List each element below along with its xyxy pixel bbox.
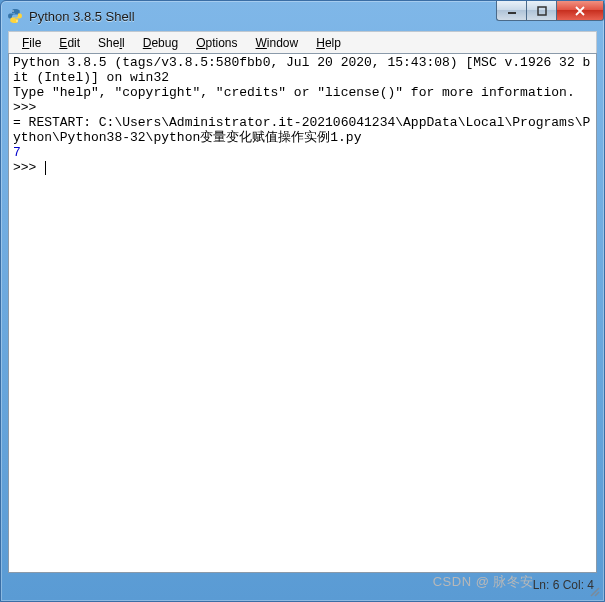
banner-line-1: Python 3.8.5 (tags/v3.8.5:580fbb0, Jul 2… <box>13 55 590 85</box>
menu-file[interactable]: File <box>13 34 50 52</box>
statusbar: Ln: 6 Col: 4 <box>533 575 594 595</box>
prompt-2: >>> <box>13 160 44 175</box>
titlebar[interactable]: Python 3.8.5 Shell <box>1 1 604 31</box>
svg-rect-3 <box>538 7 546 15</box>
maximize-button[interactable] <box>526 1 556 21</box>
output-1: 7 <box>13 145 21 160</box>
python-icon <box>7 8 23 24</box>
shell-content[interactable]: Python 3.8.5 (tags/v3.8.5:580fbb0, Jul 2… <box>9 54 596 178</box>
svg-rect-2 <box>508 12 516 14</box>
window-controls <box>496 1 604 21</box>
svg-point-0 <box>12 10 13 11</box>
banner-line-2: Type "help", "copyright", "credits" or "… <box>13 85 575 100</box>
menubar: File Edit Shell Debug Options Window Hel… <box>8 31 597 53</box>
text-cursor <box>45 161 46 175</box>
minimize-button[interactable] <box>496 1 526 21</box>
menu-help[interactable]: Help <box>307 34 350 52</box>
window-frame: Python 3.8.5 Shell File Edit Shell Debug… <box>0 0 605 602</box>
menu-options[interactable]: Options <box>187 34 246 52</box>
resize-grip[interactable] <box>588 585 602 599</box>
close-button[interactable] <box>556 1 604 21</box>
restart-line: = RESTART: C:\Users\Administrator.it-202… <box>13 115 590 145</box>
menu-window[interactable]: Window <box>247 34 308 52</box>
menu-debug[interactable]: Debug <box>134 34 187 52</box>
menu-shell[interactable]: Shell <box>89 34 134 52</box>
svg-point-1 <box>16 20 17 21</box>
menu-edit[interactable]: Edit <box>50 34 89 52</box>
editor-area[interactable]: Python 3.8.5 (tags/v3.8.5:580fbb0, Jul 2… <box>8 53 597 573</box>
prompt-1: >>> <box>13 100 44 115</box>
watermark: CSDN @ 脉冬安 <box>433 573 534 591</box>
cursor-position: Ln: 6 Col: 4 <box>533 578 594 592</box>
